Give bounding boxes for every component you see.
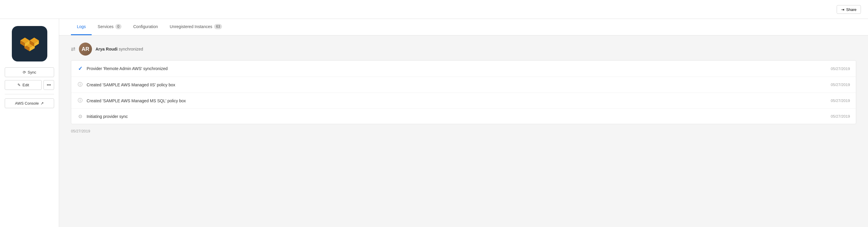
check-icon: ✓: [77, 65, 83, 72]
log-item: ⊙ Initiating provider sync 05/27/2019: [71, 109, 856, 124]
logo-box: [12, 26, 47, 62]
tabs-bar: Logs Services 0 Configuration Unregister…: [59, 19, 868, 35]
tab-configuration-label: Configuration: [133, 24, 158, 29]
main-content: ⇄ AR Arya Roudi synchronized ✓ Provider …: [59, 35, 868, 227]
console-label: AWS Console: [15, 101, 39, 105]
edit-button[interactable]: ✎ Edit: [5, 80, 42, 90]
top-bar: ⇥ Share: [0, 0, 868, 19]
log-text: Initiating provider sync: [87, 114, 827, 119]
sync-icon: ⟳: [23, 70, 26, 74]
more-options-button[interactable]: •••: [43, 80, 54, 90]
log-date: 05/27/2019: [831, 83, 850, 87]
log-date: 05/27/2019: [831, 114, 850, 119]
share-button[interactable]: ⇥ Share: [837, 5, 861, 13]
log-item: ⓘ Created 'SAMPLE AWS Managed IIS' polic…: [71, 77, 856, 93]
ellipsis-icon: •••: [47, 83, 51, 87]
tab-logs[interactable]: Logs: [71, 19, 92, 35]
content-area: Logs Services 0 Configuration Unregister…: [59, 19, 868, 227]
avatar-face: AR: [79, 42, 92, 56]
sidebar-buttons: ⟳ Sync ✎ Edit ••• AWS Console ↗: [5, 67, 54, 108]
tab-unregistered-instances[interactable]: Unregistered Instances 63: [164, 19, 228, 35]
date-group-label: 05/27/2019: [71, 129, 856, 133]
log-card: ✓ Provider 'Remote Admin AWS' synchroniz…: [71, 60, 856, 124]
log-text: Created 'SAMPLE AWS Managed MS SQL' poli…: [87, 98, 827, 103]
logo-container: [5, 26, 54, 62]
aws-console-button[interactable]: AWS Console ↗: [5, 98, 54, 108]
edit-row: ✎ Edit •••: [5, 80, 54, 90]
sync-button[interactable]: ⟳ Sync: [5, 67, 54, 77]
log-date: 05/27/2019: [831, 66, 850, 71]
tab-logs-label: Logs: [77, 24, 86, 29]
tab-services-label: Services: [98, 24, 114, 29]
log-item: ⓘ Created 'SAMPLE AWS Managed MS SQL' po…: [71, 93, 856, 109]
sync-status-icon: ⇄: [71, 46, 75, 52]
avatar: AR: [79, 42, 92, 56]
log-date: 05/27/2019: [831, 98, 850, 103]
info-icon: ⓘ: [77, 98, 83, 104]
user-info: Arya Roudi synchronized: [95, 47, 143, 52]
log-item: ✓ Provider 'Remote Admin AWS' synchroniz…: [71, 61, 856, 77]
info-icon: ⓘ: [77, 82, 83, 88]
divider: [5, 94, 54, 94]
user-status: synchronized: [119, 47, 144, 52]
main-layout: ⟳ Sync ✎ Edit ••• AWS Console ↗: [0, 19, 868, 227]
tab-services[interactable]: Services 0: [92, 19, 127, 35]
external-link-icon: ↗: [40, 101, 44, 105]
user-row: ⇄ AR Arya Roudi synchronized: [71, 42, 856, 56]
log-text: Provider 'Remote Admin AWS' synchronized: [87, 66, 827, 71]
log-text: Created 'SAMPLE AWS Managed IIS' policy …: [87, 83, 827, 87]
tab-services-badge: 0: [115, 24, 122, 29]
tab-configuration[interactable]: Configuration: [127, 19, 164, 35]
tab-unregistered-instances-label: Unregistered Instances: [170, 24, 212, 29]
logo-icon: [19, 33, 40, 54]
clock-icon: ⊙: [77, 114, 83, 119]
edit-icon: ✎: [18, 83, 21, 87]
share-icon: ⇥: [841, 7, 844, 11]
share-label: Share: [846, 7, 857, 11]
sidebar: ⟳ Sync ✎ Edit ••• AWS Console ↗: [0, 19, 59, 227]
user-name: Arya Roudi: [95, 47, 118, 52]
tab-unregistered-instances-badge: 63: [214, 24, 222, 29]
